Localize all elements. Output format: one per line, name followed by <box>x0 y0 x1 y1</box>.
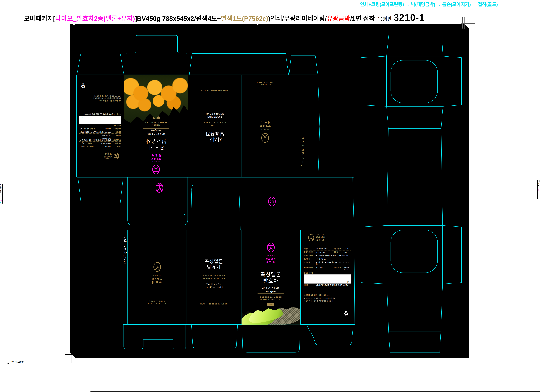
front-tagline1: 발효명장이 직접 빚은 <box>241 286 300 289</box>
brand-master-title: 발효명장 <box>316 235 325 238</box>
divider: │ <box>318 294 319 296</box>
guide-line-cyan <box>73 364 469 364</box>
color-control-strip: 모아패키지 P K Y M C <box>0 184 3 204</box>
brand-master-name: 정인숙 <box>316 238 325 242</box>
brand-eng-line1: TRADITIONAL <box>128 300 186 302</box>
table-row: 제조원농업회사법인(주)초정 전남 곡성군 옥과면 대학로78-21 <box>79 112 121 116</box>
cyan-chip: C <box>538 191 540 193</box>
citron-brand-panel-flipped: · 전통발효초정 · 발효명장 정인숙 TRADITIONAL FERMENTA… <box>241 75 289 177</box>
citron-title-line1: 자사차 <box>124 144 188 151</box>
melon-eng-line1: GOKSEONG MELON <box>241 296 300 298</box>
brand-tagline: · 전통발효초정 · <box>128 274 186 276</box>
brand-master-title: 발효명장 <box>241 257 300 260</box>
melon-english: GOKSEONG MELON FERMENTATED TEA <box>241 296 300 301</box>
citron-eng-line2: FERMENTATED TEA <box>124 121 188 124</box>
brand-master-name: 정인숙 <box>128 280 186 284</box>
front-tagline1: 발효명장이 직접 빚은 <box>124 133 188 136</box>
brand-block: · 전통발효초정 · 발효명장 정인숙 <box>316 234 325 242</box>
melon-title-line1: 곡성멜론 <box>241 271 300 278</box>
melon-front-title: 곡성멜론 발효차 <box>241 271 300 284</box>
citron-front-panel-flipped: · 전통발효초정 · 발효명장 정인숙 자사차 발효유자 발효명장이 직접 빚은… <box>124 75 188 177</box>
tagline-line2: 믿고 먹을 수 있습니다. <box>187 286 241 289</box>
tagline-line1: 발효명장이 만들면, <box>187 283 241 286</box>
brand-master-title: 발효명장 <box>103 155 112 158</box>
brand-tagline: · 전통발효초정 · <box>241 128 289 130</box>
table-row: 보관방법실온 및 냉장보관 <box>79 133 121 137</box>
melon-title-line2: 발효차 <box>241 278 300 284</box>
melon-mid-tagline: 발효명장이 만들면, 믿고 먹을 수 있습니다. <box>187 283 241 289</box>
melon-middle-panel: 곡성멜론 발효차 GOKSEONG MELON FERMENTATED TEA … <box>187 230 241 324</box>
notice-line2: 기준에 의거 교환 또는 보상을 받을 수 있습니다. <box>304 300 335 302</box>
melon-title-line1: 곡성멜론 <box>187 259 241 265</box>
brand-master-name: 정인숙 <box>241 260 300 264</box>
gusset-note: 구와이 15mm <box>10 360 24 363</box>
brand-tagline: · 전통발효초정 · <box>103 158 112 160</box>
gold-rule <box>201 273 227 273</box>
dieline-drawing <box>0 0 540 392</box>
citron-title: 자사차 발효유자 <box>188 131 241 142</box>
brand-emblem-magenta-icon <box>152 164 160 175</box>
melon-front-panel: · 전통발효초정 · 발효명장 정인숙 곡성멜론 발효차 발효명장이 직접 빚은… <box>241 230 300 324</box>
table-row: 소비자상담실1670-1609 반품및교환제조원및구입처 <box>79 127 121 130</box>
notice-line1: 본 제품은 공정거래위원회 고시 소비자 분쟁 해결 <box>304 297 335 300</box>
citron-eng-line1: CITRON <box>124 124 188 126</box>
citron-front-title: 자사차 발효유자 <box>124 138 188 151</box>
down-arrow-icon <box>7 359 9 365</box>
citron-title-line2: 발효유자 <box>188 131 241 137</box>
spine-text-citron: 나마오 발효차 유자 <box>301 104 305 167</box>
color-control-strip: P K Y M C <box>537 180 540 199</box>
brand-tagline: · 전통발효초정 · <box>124 161 188 163</box>
citron-photo <box>124 75 188 123</box>
front-tagline2: 천연 발효차 <box>124 129 188 132</box>
table-row: 원재료및함량곡성멜론55%, 비정제설탕20%, 쌀누룩발효액25% <box>304 254 350 257</box>
melon-info-panel: · 전통발효초정 · 발효명장 정인숙 제품명곡성 멜론 발효차 식품의유형고형… <box>301 230 354 324</box>
citron-english: CITRON FERMENTATED TEA <box>188 121 241 127</box>
melon-brand-panel: · 전통발효초정 · 발효명장 정인숙 TRADITIONAL FERMENTA… <box>128 230 186 324</box>
brand-emblem-stamp-icon <box>268 196 276 207</box>
print-proof-sheet: 인쇄+코팅(모아프린팅) → 박(대명금박) → 톰슨(모아지기) → 접착(골… <box>0 0 540 392</box>
brand-emblem-magenta-icon <box>267 242 275 253</box>
strip-label: 모아패키지 <box>0 184 2 191</box>
table-row: 제조원농업회사법인(주)초정 전남 곡성군 옥과면 대학로78-21 <box>304 284 350 289</box>
strip-rule <box>537 180 538 199</box>
report-line: 부정불량식품 신고 │ 국번없이 1399 <box>304 294 330 296</box>
black-chip: K <box>538 185 540 187</box>
melon-title-line2: 발효차 <box>187 265 241 270</box>
brand-master-title: 발효명장 <box>241 124 289 128</box>
expiry-suffix: 까지 <box>346 281 350 283</box>
brand-master-name: 정인숙 <box>103 152 112 155</box>
melon-title: 곡성멜론 발효차 <box>187 259 241 270</box>
guide-line-black-left <box>0 364 73 364</box>
brand-tagline: · 전통발효초정 · <box>316 234 325 235</box>
brand-master-name: 정인숙 <box>124 154 188 158</box>
cyan-chip: C <box>0 202 2 204</box>
consumer-notice: 본 제품은 공정거래위원회 고시 소비자 분쟁 해결 기준에 의거 교환 또는 … <box>304 297 335 302</box>
brand-tagline: · 전통발효초정 · <box>241 255 300 257</box>
front-tagline2: 천연 발효차 <box>241 290 300 293</box>
brand-master-name: 정인숙 <box>241 120 289 124</box>
citron-info-panel-flipped: · 전통발효초정 · 발효명장 정인숙 제품명자사차 발효유자 식품의유형고형차… <box>77 75 124 177</box>
brand-eng-line2: FERMENTATION <box>128 302 186 305</box>
citron-title-line1: 자사차 <box>188 137 241 142</box>
expiry-date-box: 까지 <box>304 274 350 284</box>
guide-line-black-right <box>469 364 540 364</box>
table-row: 포장재질트라이탄 혹은 유리병(뚜껑 pp 혹은 식품포장용금속캔) <box>304 261 350 266</box>
brand-eng-line1: TRADITIONAL <box>241 83 289 86</box>
melon-eng-line2: FERMENTATED TEA <box>187 277 241 280</box>
brand-english: TRADITIONAL FERMENTATION <box>241 81 289 86</box>
website-url: WWW.SIKCHOBOGAM.COM <box>188 90 241 91</box>
yellow-chip: Y <box>0 198 2 199</box>
expiry-date-box: 까지 <box>79 116 121 124</box>
table-row: 품목제조번호2014052005874 내용량200g <box>79 141 121 145</box>
citron-mid-tagline: 발효명장이 만들면, 믿고 먹을 수 있습니다. <box>188 112 241 118</box>
gold-rule <box>258 294 284 294</box>
citron-english: CITRON FERMENTATED TEA <box>124 121 188 126</box>
black-chip: K <box>0 196 2 197</box>
crosshair-icon <box>537 180 540 182</box>
melon-english: GOKSEONG MELON FERMENTATED TEA <box>187 274 241 280</box>
spot-color-chip: P <box>538 183 540 184</box>
citron-eng-line2: FERMENTATED TEA <box>188 121 241 124</box>
magenta-chip: M <box>538 189 540 191</box>
strip-rule <box>2 184 3 204</box>
consumer-notice: 본 제품은 공정거래위원회 고시 소비자 분쟁 해결 기준에 의거 교환 또는 … <box>93 95 121 99</box>
